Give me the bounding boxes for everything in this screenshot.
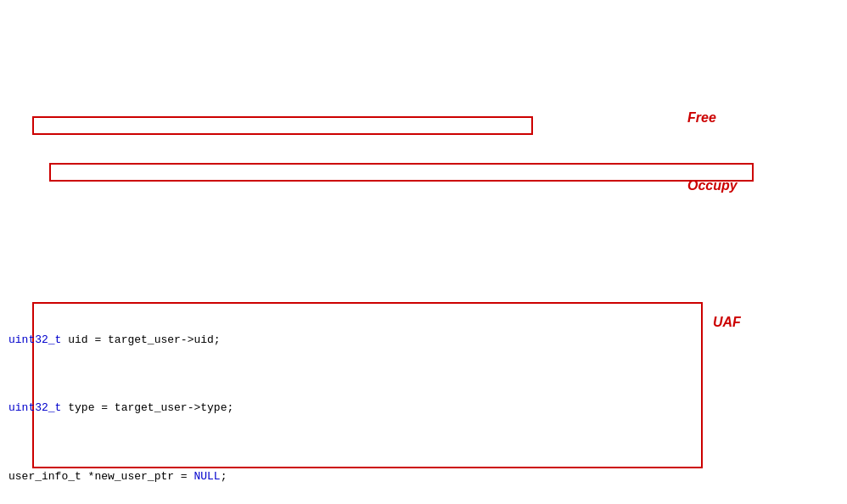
code-line-2: uint32_t type = target_user->type; (8, 400, 839, 417)
label-free: Free (687, 108, 716, 129)
code-line-1: uint32_t uid = target_user->uid; (8, 332, 839, 349)
box-free (32, 116, 533, 135)
box-occupy (49, 163, 754, 182)
code-line-3: user_info_t *new_user_ptr = NULL; (8, 468, 839, 485)
label-occupy: Occupy (687, 176, 738, 197)
label-uaf: UAF (713, 312, 741, 333)
code-container: Free Occupy UAF uint32_t uid = target_us… (0, 0, 847, 504)
box-uaf (32, 302, 703, 468)
